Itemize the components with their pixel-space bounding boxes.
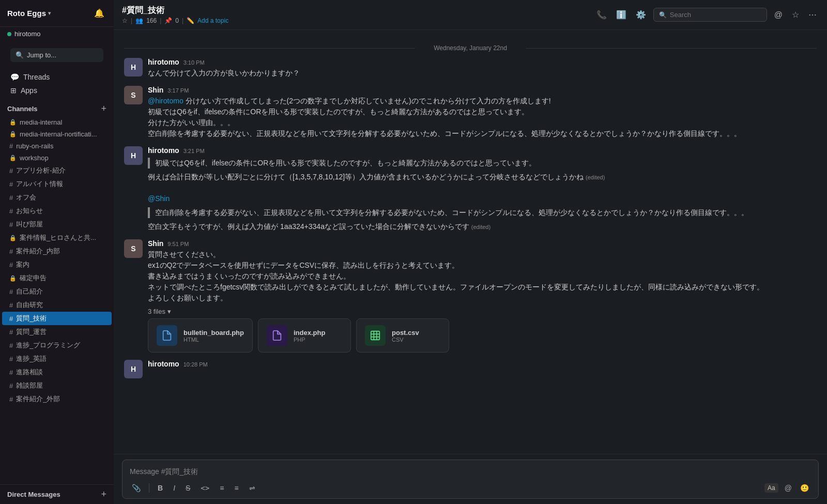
channel-name: 進路相談	[16, 368, 43, 377]
add-topic-link[interactable]: Add a topic	[197, 17, 228, 24]
channel-item-media-internal-nort[interactable]: 🔒 media-internal-nortificati...	[2, 128, 112, 140]
add-channel-button[interactable]: +	[101, 103, 106, 114]
channel-name: 自由研究	[16, 300, 43, 310]
jump-to-button[interactable]: 🔍 Jump to...	[10, 48, 103, 62]
timestamp: 3:10 PM	[183, 59, 205, 66]
hash-icon: #	[9, 342, 13, 349]
emoji-button[interactable]: 🙂	[798, 483, 811, 493]
sidebar: Roto Eggs ▾ 🔔 hirotomo 🔍 Jump to... 💬 Th…	[0, 0, 114, 504]
file-card-index[interactable]: index.php PHP	[258, 318, 351, 353]
add-dm-button[interactable]: +	[101, 489, 106, 500]
bookmarks-button[interactable]: ☆	[790, 8, 801, 22]
username-label: hirotomo	[14, 30, 41, 38]
message-row: H hirotomo 3:21 PM 初級ではQ6をif、ifelseの条件にO…	[124, 146, 817, 232]
files-count-label: 3 files	[148, 308, 165, 315]
channel-meta: ☆ | 👥 166 | 📌 0 | ✏️ Add a topic	[122, 17, 228, 24]
channel-item-progress-prog[interactable]: # 進捗_プログラミング	[2, 339, 112, 352]
channel-item-project-ext[interactable]: # 案件紹介_外部	[2, 392, 112, 406]
mention-button[interactable]: @	[783, 483, 794, 493]
timestamp: 3:17 PM	[167, 87, 189, 94]
channel-item-ruby-on-rails[interactable]: # ruby-on-rails	[2, 140, 112, 152]
sender-name: hirotomo	[148, 360, 179, 368]
search-box[interactable]: 🔍	[653, 8, 767, 22]
message-header: Shin 9:51 PM	[148, 239, 817, 248]
hash-icon: #	[9, 167, 13, 175]
italic-button[interactable]: I	[171, 483, 177, 493]
message-row: S Shin 3:17 PM @hirotomo 分けない方で作成してしまった(…	[124, 86, 817, 139]
channel-name: 案内	[16, 260, 29, 269]
file-card-bulletin[interactable]: bulletin_board.php HTML	[148, 318, 253, 353]
main-content: #質問_技術 ☆ | 👥 166 | 📌 0 | ✏️ Add a topic …	[114, 0, 827, 504]
indent-button[interactable]: ⇌	[247, 483, 257, 493]
call-button[interactable]: 📞	[594, 8, 609, 22]
more-options-button[interactable]: ⋯	[806, 8, 819, 22]
pins-count: 0	[175, 17, 179, 24]
topic-icon: ✏️	[187, 17, 194, 24]
channel-item-tax[interactable]: 🔒 確定申告	[2, 271, 112, 285]
channel-item-info[interactable]: # 案内	[2, 258, 112, 271]
channel-item-project-internal[interactable]: # 案件紹介_内部	[2, 245, 112, 258]
sidebar-item-threads[interactable]: 💬 Threads	[3, 70, 111, 84]
channel-item-off-kai[interactable]: # オフ会	[2, 191, 112, 204]
message-row: S Shin 9:51 PM 質問させてください。 ex1のQ2でデータベースを…	[124, 239, 817, 353]
search-input[interactable]	[670, 11, 761, 19]
hash-icon: #	[9, 369, 13, 376]
user-status: hirotomo	[0, 27, 114, 43]
file-type-icon	[157, 325, 177, 346]
channel-item-chat[interactable]: # 雑談部屋	[2, 379, 112, 392]
channel-name: 案件紹介_内部	[16, 247, 60, 256]
file-type-icon	[365, 325, 386, 346]
date-divider-label: Wednesday, January 22nd	[434, 44, 507, 52]
hash-icon: #	[9, 207, 13, 215]
attach-file-button[interactable]: 📎	[130, 483, 143, 493]
hash-icon: #	[9, 248, 13, 255]
channel-item-news[interactable]: # お知らせ	[2, 204, 112, 218]
jump-icon: 🔍	[16, 51, 24, 59]
bold-button[interactable]: B	[156, 483, 165, 493]
avatar: H	[124, 58, 143, 77]
sidebar-item-apps[interactable]: ⊞ Apps	[3, 84, 111, 97]
channel-item-qa-ops[interactable]: # 質問_運営	[2, 325, 112, 339]
quote-block: 初級ではQ6をif、ifelseの条件にORを用いる形で実装したのですが、もっと…	[148, 158, 817, 169]
channel-actions: 📞 ℹ️ ⚙️ 🔍 @ ☆ ⋯	[594, 8, 819, 22]
notification-bell-button[interactable]: 🔔	[92, 6, 106, 20]
workspace-name[interactable]: Roto Eggs ▾	[7, 9, 51, 18]
message-text: 質問させてください。 ex1のQ2でデータベースを使用せずにデータをCSVに保存…	[148, 249, 817, 303]
channel-item-media-internal[interactable]: 🔒 media-internal	[2, 116, 112, 128]
members-count: 166	[146, 17, 157, 24]
code-button[interactable]: <>	[198, 483, 211, 493]
channel-item-progress-eng[interactable]: # 進捗_英語	[2, 352, 112, 365]
channel-item-app-analysis[interactable]: # アプリ分析-紹介	[2, 164, 112, 177]
channel-item-intro[interactable]: # 自己紹介	[2, 285, 112, 298]
channel-item-career[interactable]: # 進路相談	[2, 365, 112, 379]
channel-item-workshop[interactable]: 🔒 workshop	[2, 152, 112, 164]
unordered-list-button[interactable]: ≡	[232, 483, 240, 493]
message-header: hirotomo 3:21 PM	[148, 146, 817, 155]
workspace-chevron-icon: ▾	[48, 10, 51, 16]
at-mention-button[interactable]: @	[772, 8, 785, 22]
channel-name: media-internal-nortificati...	[20, 130, 97, 138]
message-input-placeholder: Message #質問_技術	[130, 465, 811, 481]
channel-star-button[interactable]: ☆	[122, 17, 128, 24]
info-button[interactable]: ℹ️	[614, 8, 629, 22]
file-type: PHP	[294, 337, 325, 343]
ordered-list-button[interactable]: ≡	[218, 483, 226, 493]
file-name: bulletin_board.php	[183, 329, 244, 337]
channel-name: 質問_技術	[16, 314, 47, 323]
files-toggle[interactable]: 3 files ▾	[148, 308, 817, 315]
channel-item-qa-tech[interactable]: # 質問_技術	[2, 312, 112, 325]
format-button[interactable]: Aa	[764, 483, 778, 493]
settings-button[interactable]: ⚙️	[634, 8, 648, 22]
channel-name: 進捗_英語	[16, 354, 47, 363]
channel-item-part-time[interactable]: # アルバイト情報	[2, 177, 112, 191]
channel-name: 叫び部屋	[16, 220, 43, 229]
message-text: なんで分けて入力の方が良いかわかりますか？	[148, 68, 817, 79]
channel-name: 進捗_プログラミング	[16, 341, 80, 350]
channel-item-research[interactable]: # 自由研究	[2, 298, 112, 312]
channel-item-yell[interactable]: # 叫び部屋	[2, 218, 112, 231]
file-card-post-csv[interactable]: post.csv CSV	[356, 318, 449, 353]
channel-item-project-hiro[interactable]: 🔒 案件情報_ヒロさんと共...	[2, 231, 112, 245]
strikethrough-button[interactable]: S	[183, 483, 192, 493]
channel-name: 雑談部屋	[16, 381, 43, 390]
channel-title: #質問_技術	[122, 5, 228, 16]
